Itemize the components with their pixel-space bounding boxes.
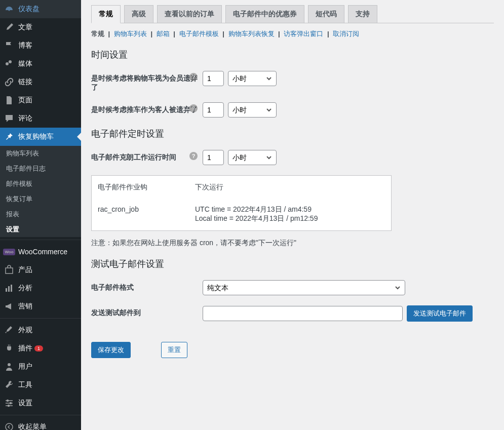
submenu-item[interactable]: 电子邮件日志 <box>0 161 81 176</box>
tools-icon <box>4 380 14 390</box>
sidebar-item-marketing[interactable]: 营销 <box>0 297 81 316</box>
sidebar-item-tools[interactable]: 工具 <box>0 376 81 394</box>
submenu-item[interactable]: 报表 <box>0 207 81 222</box>
collapse-icon <box>4 422 14 430</box>
sidebar-item-media[interactable]: 媒体 <box>0 55 81 73</box>
sidebar-item-label: 营销 <box>18 302 32 311</box>
plugins-icon <box>4 343 14 354</box>
sidebar-item-label: 外观 <box>18 326 32 335</box>
cron-unit-select[interactable]: 小时 <box>228 150 277 165</box>
appearance-icon <box>4 325 14 335</box>
submenu-item[interactable]: 恢复订单 <box>0 191 81 207</box>
sidebar-item-appearance[interactable]: 外观 <box>0 321 81 339</box>
guest-abandon-row: 是时候考虑推车作为客人被遗弃了 ? 小时 <box>91 102 494 118</box>
sidebar-submenu: 购物车列表电子邮件日志邮件模板恢复订单报表设置 <box>0 146 81 237</box>
save-button[interactable]: 保存更改 <box>91 342 131 358</box>
sidebar-item-label: WooCommerce <box>18 248 67 256</box>
sidebar-item-label: 设置 <box>18 399 32 408</box>
member-abandon-unit-select[interactable]: 小时 <box>228 71 277 86</box>
svg-point-6 <box>7 400 9 402</box>
subsub-link[interactable]: 取消订阅 <box>333 30 359 37</box>
guest-abandon-value-input[interactable] <box>203 102 224 118</box>
cron-value-input[interactable] <box>203 150 224 165</box>
woo-icon: Woo <box>4 247 14 257</box>
sidebar-item-plugins[interactable]: 插件1 <box>0 339 81 358</box>
users-icon <box>4 362 14 372</box>
sidebar-item-label: 页面 <box>18 96 32 105</box>
reset-button[interactable]: 重置 <box>161 342 187 358</box>
help-icon[interactable]: ? <box>189 152 198 160</box>
nav-tab[interactable]: 高级 <box>124 5 153 23</box>
nav-tab[interactable]: 支持 <box>348 5 377 23</box>
cron-table: 电子邮件作业钩 下次运行 rac_cron_job UTC time = 202… <box>91 175 392 231</box>
analytics-icon <box>4 283 14 293</box>
subsub-link[interactable]: 访客弹出窗口 <box>284 30 323 37</box>
update-badge: 1 <box>34 345 43 351</box>
table-next-value: UTC time = 2022年4月13日 / am4:59 Local tim… <box>190 199 390 229</box>
submenu-item[interactable]: 设置 <box>0 222 81 237</box>
sidebar-item-comment[interactable]: 评论 <box>0 109 81 128</box>
send-test-input[interactable] <box>203 306 403 321</box>
svg-rect-3 <box>8 286 10 292</box>
media-icon <box>4 59 14 69</box>
link-icon <box>4 77 14 87</box>
submenu-item[interactable]: 购物车列表 <box>0 146 81 161</box>
sidebar-item-label: 用户 <box>18 362 32 371</box>
submenu-item[interactable]: 邮件模板 <box>0 176 81 191</box>
sidebar-item-pin[interactable]: 恢复购物车 <box>0 128 81 146</box>
nav-tabs: 常规高级查看以前的订单电子邮件中的优惠券短代码支持 <box>91 5 494 23</box>
subsub-link[interactable]: 购物车列表 <box>114 30 147 37</box>
subsub-link[interactable]: 邮箱 <box>157 30 170 37</box>
email-timer-heading: 电子邮件定时设置 <box>91 128 494 140</box>
table-header-next: 下次运行 <box>190 177 390 198</box>
cron-row: 电子邮件克朗工作运行时间 ? 小时 <box>91 150 494 165</box>
cron-label: 电子邮件克朗工作运行时间 ? <box>91 150 203 162</box>
sidebar-item-analytics[interactable]: 分析 <box>0 279 81 297</box>
send-test-row: 发送测试邮件到 发送测试电子邮件 <box>91 305 494 322</box>
main-content: 常规高级查看以前的订单电子邮件中的优惠券短代码支持 常规 | 购物车列表 | 邮… <box>81 0 504 430</box>
sidebar-item-settings[interactable]: 设置 <box>0 394 81 412</box>
member-abandon-row: 是时候考虑将购物车视为会员遗弃了 ? 小时 <box>91 71 494 92</box>
table-header-hook: 电子邮件作业钩 <box>93 177 189 198</box>
nav-tab[interactable]: 电子邮件中的优惠券 <box>225 5 304 23</box>
comment-icon <box>4 113 14 124</box>
sidebar-item-label: 分析 <box>18 284 32 293</box>
pin-icon <box>4 132 14 142</box>
subsub-link[interactable]: 购物车列表恢复 <box>228 30 275 37</box>
subsub-link[interactable]: 电子邮件模板 <box>179 30 219 37</box>
sidebar-item-flag[interactable]: 博客 <box>0 36 81 55</box>
sidebar-item-link[interactable]: 链接 <box>0 73 81 91</box>
sidebar-item-users[interactable]: 用户 <box>0 358 81 376</box>
sidebar-item-collapse[interactable]: 收起菜单 <box>0 418 81 430</box>
svg-point-5 <box>8 363 11 366</box>
sidebar-item-page[interactable]: 页面 <box>0 91 81 109</box>
test-email-heading: 测试电子邮件设置 <box>91 258 494 270</box>
email-format-label: 电子邮件格式 <box>91 280 203 292</box>
page-icon <box>4 95 14 105</box>
sidebar-item-post[interactable]: 文章 <box>0 18 81 36</box>
sidebar-item-label: 链接 <box>18 77 32 87</box>
marketing-icon <box>4 301 14 311</box>
svg-rect-2 <box>6 288 7 292</box>
nav-tab[interactable]: 短代码 <box>308 5 344 23</box>
sidebar-item-label: 产品 <box>18 265 32 275</box>
nav-tab[interactable]: 常规 <box>91 5 121 23</box>
email-format-select[interactable]: 纯文本 <box>203 280 405 295</box>
send-test-button[interactable]: 发送测试电子邮件 <box>407 305 473 322</box>
sidebar-item-dashboard[interactable]: 仪表盘 <box>0 0 81 18</box>
time-settings-heading: 时间设置 <box>91 49 494 61</box>
sidebar-item-label: 恢复购物车 <box>18 132 54 141</box>
help-icon[interactable]: ? <box>189 104 198 112</box>
settings-icon <box>4 398 14 408</box>
sidebar-item-label: 文章 <box>18 23 32 32</box>
member-abandon-value-input[interactable] <box>203 71 224 86</box>
sidebar-item-woo[interactable]: WooWooCommerce <box>0 243 81 261</box>
sidebar-item-label: 评论 <box>18 114 32 123</box>
nav-tab[interactable]: 查看以前的订单 <box>157 5 222 23</box>
guest-abandon-unit-select[interactable]: 小时 <box>228 102 277 118</box>
sidebar-item-label: 插件 <box>18 344 32 353</box>
sidebar-item-product[interactable]: 产品 <box>0 261 81 279</box>
send-test-label: 发送测试邮件到 <box>91 305 203 318</box>
help-icon[interactable]: ? <box>189 73 198 81</box>
guest-abandon-label: 是时候考虑推车作为客人被遗弃了 ? <box>91 102 203 114</box>
